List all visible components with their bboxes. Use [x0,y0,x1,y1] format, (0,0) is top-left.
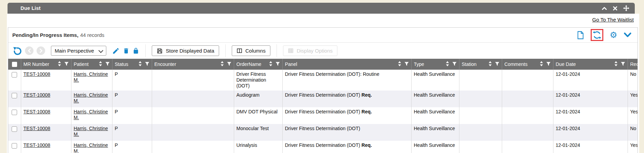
columns-button[interactable]: Columns [232,45,270,56]
window-title: Due List [21,5,41,11]
mr-number-cell: TEST-10008 [21,70,71,91]
filter-icon[interactable] [404,61,409,67]
move-icon[interactable] [623,5,629,11]
order-name-cell: Driver Fitness Determination (DOT) [234,70,282,91]
station-cell [459,107,502,124]
patient-link[interactable]: Harris, Christine M. [74,126,108,137]
table-row: TEST-10008 Harris, Christine M. P Monocu… [8,124,638,141]
sort-icon[interactable] [398,61,401,67]
column-header-order_name[interactable]: OrderName [234,59,282,70]
row-checkbox[interactable] [12,93,17,98]
column-header-panel[interactable]: Panel [282,59,411,70]
column-header-station[interactable]: Station [459,59,502,70]
panel-req-flag: Req. [362,109,372,114]
comments-cell [502,107,553,124]
close-icon[interactable] [613,6,617,11]
undo-icon[interactable] [13,46,22,55]
save-icon [157,48,163,54]
mr-number-link[interactable]: TEST-10008 [24,109,51,114]
next-perspective-button[interactable] [37,46,45,55]
sort-icon[interactable] [99,61,102,67]
panel-cell: Driver Fitness Determination (DOT) [282,124,411,141]
display-options-button[interactable]: Display Options [283,45,337,56]
perspective-select[interactable]: Main Perspective [51,46,106,56]
filter-icon[interactable] [621,61,625,67]
comments-cell [502,70,553,91]
column-header-mr[interactable]: MR Number [21,59,71,70]
column-header-encounter[interactable]: Encounter [152,59,234,70]
sort-icon[interactable] [58,61,61,67]
chevron-down-icon[interactable] [624,32,631,38]
edit-icon[interactable] [112,47,120,55]
column-label: OrderName [237,61,268,67]
select-all-header[interactable] [8,59,21,70]
row-checkbox[interactable] [12,72,17,78]
filter-icon[interactable] [227,61,231,67]
sort-icon[interactable] [269,61,272,67]
toolbar-separator [145,44,146,57]
patient-link[interactable]: Harris, Christine M. [74,109,108,120]
patient-link[interactable]: Harris, Christine M. [74,92,108,103]
lock-icon[interactable] [133,47,139,55]
table-row: TEST-10008 Harris, Christine M. P Urinal… [8,141,638,153]
req-cell: No [628,70,638,91]
req-cell: Yes [628,107,638,124]
gear-icon[interactable]: ⚙ [610,31,617,39]
patient-cell: Harris, Christine M. [71,70,112,91]
sort-icon[interactable] [220,61,224,67]
row-select-cell [8,107,21,124]
column-header-comments[interactable]: Comments [502,59,553,70]
filter-icon[interactable] [64,61,69,67]
window-titlebar[interactable]: Due List [8,3,635,14]
refresh-highlight-box [591,29,603,41]
column-label: Due Date [556,61,613,67]
sort-icon[interactable] [488,61,492,67]
column-header-patient[interactable]: Patient [71,59,112,70]
mr-number-link[interactable]: TEST-10008 [24,126,51,131]
store-button-label: Store Displayed Data [166,48,214,54]
status-cell: P [112,70,152,91]
status-cell: P [112,107,152,124]
column-header-due_date[interactable]: Due Date [553,59,628,70]
panel-cell: Driver Fitness Determination (DOT): Rout… [282,70,411,91]
column-label: Panel [285,61,397,67]
store-displayed-data-button[interactable]: Store Displayed Data [152,45,219,56]
filter-icon[interactable] [105,61,110,67]
collapse-icon[interactable] [602,6,607,10]
patient-link[interactable]: Harris, Christine M. [74,142,108,153]
new-document-icon[interactable] [577,31,584,39]
patient-link[interactable]: Harris, Christine M. [74,71,108,83]
column-header-type[interactable]: Type [411,59,459,70]
select-all-checkbox[interactable] [12,62,17,67]
sort-icon[interactable] [446,61,449,67]
status-cell: P [112,91,152,107]
table-header-row: MR Number Patient [8,59,638,70]
due-list-panel: Pending/In Progress Items,44 records [8,27,638,153]
filter-icon[interactable] [495,61,499,67]
column-header-req[interactable]: Req [628,59,638,70]
mr-number-link[interactable]: TEST-10008 [24,142,51,148]
row-select-cell [8,70,21,91]
filter-icon[interactable] [145,61,149,67]
req-cell: Yes [628,91,638,107]
due-date-cell: 12-01-2024 [553,70,628,91]
refresh-icon[interactable] [593,31,601,39]
display-options-label: Display Options [297,48,333,54]
mr-number-cell: TEST-10008 [21,107,71,124]
filter-icon[interactable] [452,61,457,67]
mr-number-link[interactable]: TEST-10008 [24,92,51,98]
sort-icon[interactable] [540,61,543,67]
prev-perspective-button[interactable] [25,46,33,55]
row-checkbox[interactable] [12,110,17,115]
row-checkbox[interactable] [12,126,17,132]
mr-number-link[interactable]: TEST-10008 [24,71,51,77]
column-header-status[interactable]: Status [112,59,152,70]
sort-icon[interactable] [138,61,142,67]
columns-button-label: Columns [245,48,266,54]
go-to-waitlist-link[interactable]: Go To The Waitlist [592,17,634,23]
row-checkbox[interactable] [12,143,17,149]
sort-icon[interactable] [614,61,618,67]
delete-icon[interactable] [123,47,130,55]
filter-icon[interactable] [276,61,280,67]
filter-icon[interactable] [546,61,551,67]
